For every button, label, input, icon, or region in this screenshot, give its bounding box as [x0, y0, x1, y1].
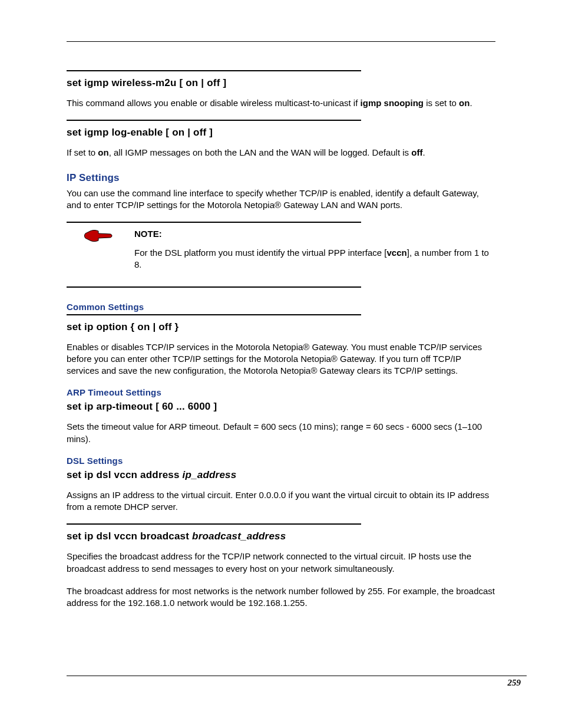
command-heading-prefix: set ip dsl vccn broadcast — [67, 531, 192, 542]
note-label: NOTE: — [134, 229, 495, 239]
body-paragraph: Assigns an IP address to the virtual cir… — [67, 489, 495, 513]
body-paragraph: Sets the timeout value for ARP timeout. … — [67, 421, 495, 445]
section-rule — [67, 314, 361, 315]
command-heading: set igmp wireless-m2u [ on | off ] — [67, 77, 495, 89]
section-heading-ip-settings: IP Settings — [67, 172, 495, 184]
section-rule — [67, 70, 361, 71]
command-heading: set ip dsl vccn address ip_address — [67, 469, 495, 481]
command-heading: set ip arp-timeout [ 60 ... 6000 ] — [67, 401, 495, 413]
footer-horizontal-rule — [67, 676, 527, 676]
pointing-hand-icon — [84, 228, 113, 246]
body-paragraph: Specifies the broadcast address for the … — [67, 551, 495, 575]
note-content: NOTE: For the DSL platform you must iden… — [67, 223, 495, 281]
note-bottom-rule — [67, 286, 361, 288]
document-page: set igmp wireless-m2u [ on | off ] This … — [0, 0, 562, 609]
body-paragraph: The broadcast address for most networks … — [67, 585, 495, 610]
command-heading: set ip dsl vccn broadcast broadcast_addr… — [67, 531, 495, 542]
body-paragraph: Enables or disables TCP/IP services in t… — [67, 341, 495, 377]
command-heading-prefix: set ip dsl vccn address — [67, 469, 183, 480]
command-heading-arg: broadcast_address — [192, 531, 286, 542]
section-rule — [67, 523, 361, 525]
subsection-heading-dsl-settings: DSL Settings — [67, 456, 495, 466]
top-horizontal-rule — [67, 41, 495, 42]
subsection-heading-arp-timeout: ARP Timeout Settings — [67, 387, 495, 397]
body-paragraph: This command allows you enable or disabl… — [67, 97, 495, 109]
command-heading-arg: ip_address — [183, 469, 237, 480]
body-paragraph: If set to on, all IGMP messages on both … — [67, 147, 495, 159]
command-heading: set igmp log-enable [ on | off ] — [67, 127, 495, 139]
command-heading: set ip option { on | off } — [67, 321, 495, 333]
page-number: 259 — [508, 678, 521, 688]
subsection-heading-common-settings: Common Settings — [67, 302, 495, 312]
body-paragraph: You can use the command line interface t… — [67, 187, 495, 212]
section-rule — [67, 120, 361, 121]
note-block: NOTE: For the DSL platform you must iden… — [67, 223, 495, 281]
note-text: For the DSL platform you must identify t… — [134, 247, 495, 271]
